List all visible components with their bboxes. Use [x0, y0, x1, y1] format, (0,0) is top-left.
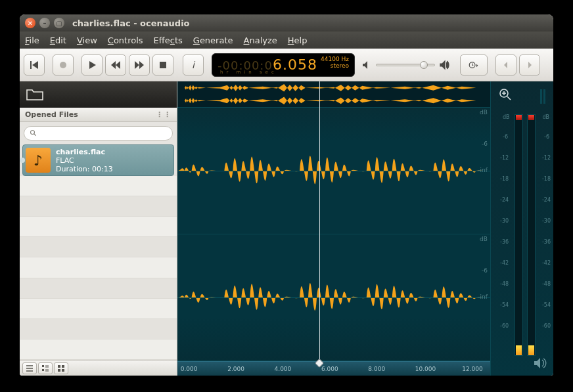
minimize-icon[interactable]: – — [39, 18, 50, 28]
close-icon[interactable]: ✕ — [25, 18, 35, 28]
level-meters: dB dB -6 -6 -12 -12 -18 -18 -24 -24 -30 … — [490, 81, 553, 376]
volume-control — [361, 60, 449, 70]
file-item[interactable]: ♪ charlies.flac FLAC Duration: 00:13 — [22, 144, 174, 176]
menu-analyze[interactable]: Analyze — [244, 35, 277, 45]
timecode-units: hr min sec — [220, 70, 277, 75]
db-label: -6 — [482, 141, 488, 147]
db-label: -6 — [482, 267, 488, 274]
file-duration: Duration: 00:13 — [56, 165, 113, 173]
svg-rect-9 — [58, 369, 60, 372]
sidebar-title: Opened Files — [25, 110, 78, 119]
search-input[interactable] — [24, 126, 173, 141]
file-name: charlies.flac — [56, 148, 113, 156]
menu-edit[interactable]: Edit — [50, 35, 66, 45]
meter-scale: -6 — [503, 134, 508, 140]
ruler-tick: 12.000 — [462, 366, 483, 372]
meter-scale: -48 — [500, 281, 509, 287]
db-label: -inf — [478, 294, 488, 300]
overview-waveform[interactable] — [177, 81, 490, 108]
playhead[interactable] — [319, 81, 320, 361]
menu-controls[interactable]: Controls — [108, 35, 143, 45]
svg-text:i: i — [192, 60, 196, 70]
meter-scale: -60 — [500, 323, 509, 329]
waveform-channels[interactable]: dB -6 -inf dB -6 -inf — [177, 108, 490, 361]
meter-scale: -24 — [542, 197, 551, 203]
view-grid-button[interactable] — [54, 362, 68, 374]
svg-rect-7 — [58, 365, 60, 368]
ruler-tick: 10.000 — [415, 366, 436, 372]
audio-file-icon: ♪ — [26, 148, 51, 173]
sidebar-header: Opened Files ⋮⋮ — [20, 108, 177, 122]
channel-right[interactable]: dB -6 -inf — [177, 234, 490, 361]
search-icon — [30, 129, 37, 137]
svg-rect-6 — [42, 369, 44, 371]
volume-high-icon — [439, 60, 449, 70]
forward-button[interactable] — [129, 54, 150, 76]
sidebar-empty-rows — [20, 176, 177, 360]
db-label: -inf — [478, 167, 488, 173]
meter-scale: dB — [542, 114, 549, 120]
content-area: Opened Files ⋮⋮ ♪ charlies.flac FLAC Dur… — [20, 81, 553, 376]
svg-point-0 — [60, 62, 66, 68]
meter-scale: -30 — [500, 218, 509, 224]
volume-low-icon — [361, 60, 372, 70]
sidebar-grip-icon[interactable]: ⋮⋮ — [156, 110, 172, 119]
db-label: dB — [480, 109, 488, 116]
time-ruler[interactable]: 0.000 2.000 4.000 6.000 8.000 10.000 12.… — [177, 361, 490, 376]
sample-rate: 44100 Hz — [321, 56, 349, 62]
menu-effects[interactable]: Effects — [154, 35, 183, 45]
view-detail-button[interactable] — [38, 362, 53, 374]
goto-start-button[interactable] — [24, 54, 45, 76]
ruler-tick: 8.000 — [368, 366, 385, 372]
ruler-tick: 2.000 — [227, 366, 244, 372]
meter-scale: -18 — [542, 176, 551, 182]
record-button[interactable] — [53, 54, 74, 76]
timecode-seconds: 6.058 — [273, 56, 317, 73]
meter-scale: dB — [503, 114, 510, 120]
svg-rect-10 — [62, 369, 64, 372]
play-button[interactable] — [81, 54, 103, 76]
meter-scale: -42 — [542, 260, 551, 266]
meter-scale: -18 — [500, 176, 509, 182]
active-indicator-icon — [20, 158, 25, 163]
folder-icon — [26, 88, 43, 101]
view-list-button[interactable] — [22, 362, 37, 374]
maximize-icon[interactable]: ▢ — [54, 18, 64, 28]
meter-left — [515, 114, 523, 356]
meter-scale: -6 — [544, 134, 549, 140]
menu-file[interactable]: File — [25, 35, 39, 45]
meter-scale: -54 — [542, 302, 551, 308]
channel-mode: stereo — [321, 62, 349, 69]
meter-scale: -48 — [542, 281, 551, 287]
stop-button[interactable] — [152, 54, 173, 76]
meter-scale: -36 — [500, 239, 509, 245]
waveform-view[interactable]: dB -6 -inf dB -6 -inf — [177, 81, 490, 376]
volume-thumb[interactable] — [420, 61, 428, 69]
search-field[interactable] — [40, 129, 167, 138]
volume-slider[interactable] — [376, 64, 435, 66]
ruler-tick: 6.000 — [321, 366, 338, 372]
sidebar-top[interactable] — [20, 81, 177, 108]
rewind-button[interactable] — [105, 54, 126, 76]
nav-forward-button[interactable] — [519, 54, 540, 76]
menu-help[interactable]: Help — [288, 35, 308, 45]
channel-left[interactable]: dB -6 -inf — [177, 108, 490, 234]
zoom-in-icon[interactable] — [499, 88, 512, 104]
window-title: charlies.flac - ocenaudio — [72, 18, 190, 28]
ruler-tick: 4.000 — [275, 366, 292, 372]
db-label: dB — [480, 236, 488, 242]
titlebar[interactable]: ✕ – ▢ charlies.flac - ocenaudio — [20, 14, 553, 32]
history-button[interactable] — [460, 54, 488, 76]
menu-generate[interactable]: Generate — [193, 35, 233, 45]
sidebar-bottom — [20, 360, 177, 376]
meter-scale: -12 — [542, 155, 551, 161]
meter-scale: -42 — [500, 260, 509, 266]
menu-view[interactable]: View — [77, 35, 97, 45]
timecode-display[interactable]: - 00:00:0 6.058 44100 Hz stereo hr min s… — [212, 53, 355, 77]
main-window: ✕ – ▢ charlies.flac - ocenaudio File Edi… — [20, 14, 553, 376]
nav-back-button[interactable] — [495, 54, 516, 76]
speaker-icon[interactable] — [534, 357, 547, 372]
info-button[interactable]: i — [183, 54, 204, 76]
mini-meters — [540, 89, 545, 104]
toolbar: i - 00:00:0 6.058 44100 Hz stereo hr min… — [20, 49, 553, 81]
